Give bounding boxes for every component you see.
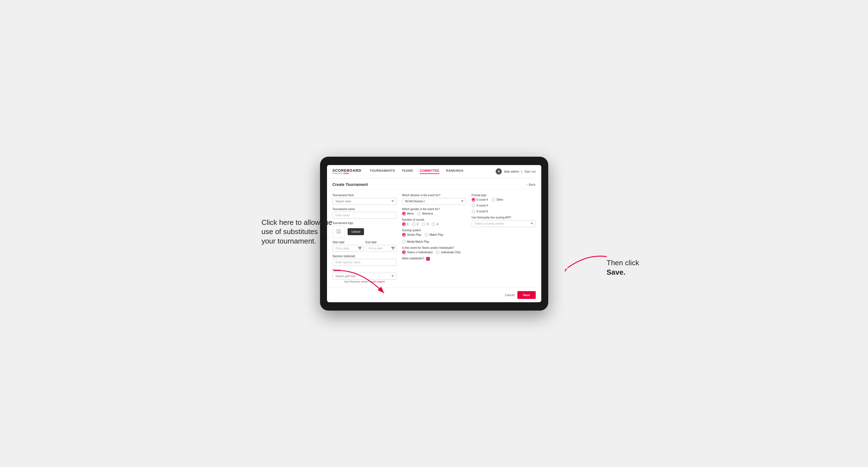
- tournament-host-label: Tournament Host: [333, 194, 397, 197]
- stroke-play-radio[interactable]: [402, 233, 406, 237]
- format-row-2: 6 count 4: [472, 204, 536, 207]
- format-6count5-radio[interactable]: [472, 210, 475, 213]
- third-party-scoring-field: Use third-party live scoring API? Select…: [472, 216, 536, 227]
- rounds-label: Number of rounds: [402, 218, 466, 221]
- rounds-2[interactable]: 2: [412, 222, 418, 226]
- third-party-label: Use third-party live scoring API?: [472, 216, 536, 219]
- rounds-1-radio[interactable]: [402, 222, 406, 226]
- format-6count4[interactable]: 6 count 4: [472, 204, 488, 207]
- teams-individuals-radio-group: Teams (+Individuals) Individuals Only: [402, 250, 466, 254]
- tournament-host-input[interactable]: [333, 198, 397, 205]
- annotation-right: Then click Save.: [607, 258, 668, 277]
- format-type-field: Format type 5 count 4 Other: [472, 194, 536, 213]
- teams-individuals-field: Is this event for Teams and/or Individua…: [402, 246, 466, 254]
- allow-substitutes-label: Allow substitutes?: [402, 257, 425, 260]
- format-other[interactable]: Other: [492, 198, 503, 201]
- tournament-name-input[interactable]: [333, 212, 397, 219]
- format-6count5[interactable]: 6 count 5: [472, 210, 488, 213]
- allow-substitutes-field: Allow substitutes?: [402, 257, 466, 261]
- match-play[interactable]: Match Play: [425, 233, 443, 237]
- logo: SCOREBOARD Powered by clippd: [333, 169, 362, 174]
- logo-powered-text: Powered by clippd: [333, 172, 362, 174]
- nav-rankings[interactable]: RANKINGS: [446, 169, 464, 174]
- rounds-field: Number of rounds 1 2: [402, 218, 466, 226]
- page-header: Create Tournament ‹ Back: [327, 178, 541, 189]
- teams-plus-radio[interactable]: [402, 250, 406, 254]
- format-5count4-radio[interactable]: [472, 198, 475, 201]
- rounds-1[interactable]: 1: [402, 222, 409, 226]
- end-date-label: End date: [366, 241, 397, 244]
- rounds-4[interactable]: 4: [432, 222, 438, 226]
- division-field: Which division is the event for? NCAA Di…: [402, 194, 466, 205]
- gender-field: Which gender is the event for? Mens Wome…: [402, 208, 466, 215]
- scoring-system-field: Scoring system Stroke Play Match Play: [402, 229, 466, 244]
- arrow-right-indicator: [565, 251, 610, 274]
- format-6count4-radio[interactable]: [472, 204, 475, 207]
- back-chevron-icon: ‹: [527, 183, 528, 186]
- sponsor-input[interactable]: [333, 259, 397, 266]
- format-other-radio[interactable]: [492, 198, 495, 201]
- sign-out-link[interactable]: Sign out: [524, 170, 535, 173]
- arrow-left-indicator: [331, 265, 387, 300]
- teams-individuals-label: Is this event for Teams and/or Individua…: [402, 246, 466, 249]
- nav-teams[interactable]: TEAMS: [402, 169, 413, 174]
- tournament-name-label: Tournament name: [333, 208, 397, 211]
- calendar-icon-end: 📅: [391, 247, 395, 250]
- rounds-4-radio[interactable]: [432, 222, 435, 226]
- medal-match-play[interactable]: Medal Match Play: [402, 240, 429, 244]
- rounds-3[interactable]: 3: [422, 222, 429, 226]
- stroke-play[interactable]: Stroke Play: [402, 233, 421, 237]
- start-date-field: Start date 📅: [333, 241, 364, 252]
- teams-plus-individuals[interactable]: Teams (+Individuals): [402, 250, 433, 254]
- logo-scoreboard-text: SCOREBOARD: [333, 169, 362, 172]
- allow-substitutes-checkbox[interactable]: [426, 257, 430, 261]
- gender-womens[interactable]: Womens: [417, 212, 433, 215]
- annotation-left: Click here to allow the use of substitut…: [261, 218, 334, 246]
- back-button[interactable]: ‹ Back: [527, 183, 535, 186]
- save-button[interactable]: Save: [517, 291, 536, 299]
- match-play-radio[interactable]: [425, 233, 428, 237]
- user-name: blair admin: [504, 170, 519, 173]
- tournament-name-field: Tournament name: [333, 208, 397, 219]
- gender-mens-radio[interactable]: [402, 212, 406, 215]
- calendar-icon-start: 📅: [358, 247, 362, 250]
- division-select[interactable]: NCAA Division I: [402, 198, 466, 205]
- nav-tournaments[interactable]: TOURNAMENTS: [370, 169, 395, 174]
- avatar: B: [496, 168, 502, 175]
- nav-user-area: B blair admin | Sign out: [496, 168, 535, 175]
- tournament-host-field: Tournament Host: [333, 194, 397, 205]
- individuals-only-radio[interactable]: [436, 250, 439, 254]
- image-icon: 🖼: [336, 229, 341, 235]
- rounds-2-radio[interactable]: [412, 222, 415, 226]
- tournament-logo-field: Tournament logo 🖼 Upload: [333, 221, 397, 238]
- medal-match-play-radio[interactable]: [402, 240, 406, 244]
- start-date-label: Start date: [333, 241, 364, 244]
- individuals-only[interactable]: Individuals Only: [436, 250, 461, 254]
- gender-radio-group: Mens Womens: [402, 212, 466, 215]
- tournament-logo-label: Tournament logo: [333, 221, 397, 225]
- gender-mens[interactable]: Mens: [402, 212, 414, 215]
- dates-row: Start date 📅 End date 📅: [333, 241, 397, 252]
- format-type-label: Format type: [472, 194, 536, 197]
- pipe-separator: |: [521, 170, 522, 173]
- rounds-radio-group: 1 2 3 4: [402, 222, 466, 226]
- logo-preview-box: 🖼: [333, 226, 345, 238]
- upload-button[interactable]: Upload: [348, 228, 364, 235]
- scoring-system-radio-group: Stroke Play Match Play Medal Match Play: [402, 233, 466, 244]
- form-col-right: Format type 5 count 4 Other: [472, 194, 536, 283]
- logo-upload-area: 🖼 Upload: [333, 226, 397, 238]
- format-row-3: 6 count 5: [472, 210, 536, 213]
- sponsor-label: Sponsor (optional): [333, 255, 397, 258]
- end-date-field: End date 📅: [366, 241, 397, 252]
- scoring-service-select[interactable]: Select a scoring service: [472, 220, 536, 227]
- cancel-button[interactable]: Cancel: [505, 293, 515, 297]
- format-5count4[interactable]: 5 count 4: [472, 198, 488, 201]
- rounds-3-radio[interactable]: [422, 222, 426, 226]
- gender-womens-radio[interactable]: [417, 212, 421, 215]
- form-col-middle: Which division is the event for? NCAA Di…: [402, 194, 466, 283]
- nav-committee[interactable]: COMMITTEE: [420, 169, 439, 174]
- nav-links: TOURNAMENTS TEAMS COMMITTEE RANKINGS: [370, 169, 496, 174]
- gender-label: Which gender is the event for?: [402, 208, 466, 211]
- format-options: 5 count 4 Other 6 count 4: [472, 198, 536, 213]
- sponsor-field: Sponsor (optional): [333, 255, 397, 266]
